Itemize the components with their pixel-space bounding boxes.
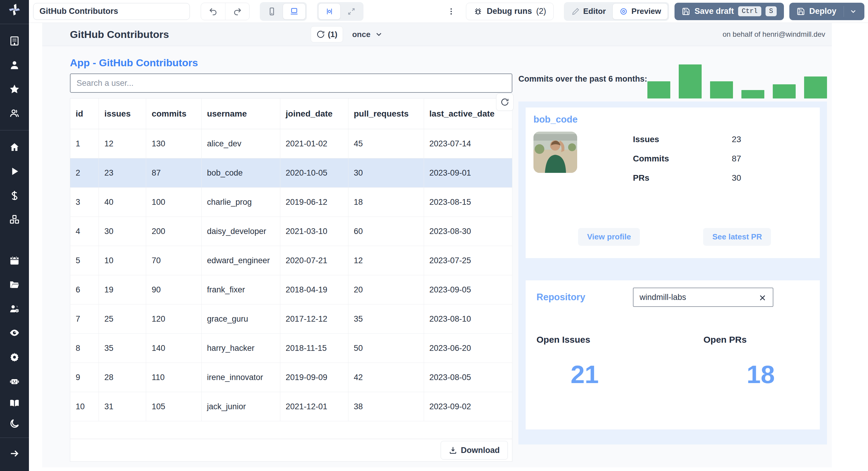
table-cell[interactable]: 87 [146,159,201,188]
table-cell[interactable]: frank_fixer [201,275,280,304]
table-cell[interactable]: 200 [146,217,201,246]
table-cell[interactable]: 2017-12-12 [280,304,348,334]
table-cell[interactable]: 6 [70,275,99,304]
commit-bar[interactable] [773,84,796,99]
sidebar-item-users[interactable] [5,104,24,123]
table-cell[interactable]: 9 [70,363,99,392]
table-row[interactable]: 112130alice_dev2021-01-02452023-07-14 [70,129,513,159]
table-row[interactable]: 928110irene_innovator2019-09-09422023-08… [70,363,513,392]
clear-repository-button[interactable] [756,291,769,304]
commit-bar[interactable] [679,64,702,99]
table-refresh-button[interactable] [496,93,514,111]
table-cell[interactable]: 2020-07-21 [280,246,348,275]
table-cell[interactable]: 19 [99,275,146,304]
sidebar-item-bot[interactable] [5,371,24,391]
table-cell[interactable]: 2023-08-10 [424,304,512,334]
table-cell[interactable]: 5 [70,246,99,275]
desktop-view-button[interactable] [283,3,306,20]
chevron-down-icon[interactable] [849,7,857,15]
table-cell[interactable]: 18 [348,188,424,217]
table-row[interactable]: 430200daisy_developer2021-03-10602023-08… [70,217,513,246]
sidebar-item-gear[interactable] [5,347,24,367]
table-cell[interactable]: 140 [146,334,201,363]
table-cell[interactable]: 38 [348,392,424,421]
table-cell[interactable]: 35 [348,304,424,334]
table-cell[interactable]: 7 [70,304,99,334]
table-cell[interactable]: 60 [348,217,424,246]
undo-button[interactable] [201,3,225,20]
table-cell[interactable]: bob_code [201,159,280,188]
table-cell[interactable]: 2019-06-12 [280,188,348,217]
commit-bar[interactable] [647,81,670,99]
table-cell[interactable]: 25 [99,304,146,334]
schedule-select[interactable]: once [352,30,383,39]
table-cell[interactable]: 2018-11-15 [280,334,348,363]
preview-tab[interactable]: Preview [613,3,668,20]
table-row[interactable]: 22387bob_code2020-10-05302023-09-01 [70,159,513,188]
table-cell[interactable]: 2 [70,159,99,188]
download-button[interactable]: Download [441,441,508,460]
see-latest-pr-button[interactable]: See latest PR [703,228,771,246]
table-cell[interactable]: 10 [99,246,146,275]
table-cell[interactable]: grace_guru [201,304,280,334]
table-cell[interactable]: 2021-12-01 [280,392,348,421]
table-row[interactable]: 725120grace_guru2017-12-12352023-08-10 [70,304,513,334]
table-cell[interactable]: 2019-09-09 [280,363,348,392]
table-cell[interactable]: 2021-03-10 [280,217,348,246]
table-cell[interactable]: 12 [348,246,424,275]
table-cell[interactable]: 2023-08-15 [424,188,512,217]
table-cell[interactable]: 45 [348,129,424,159]
fullscreen-button[interactable] [341,3,362,20]
table-cell[interactable]: harry_hacker [201,334,280,363]
editor-tab[interactable]: Editor [565,3,613,20]
table-cell[interactable]: 2023-09-01 [424,159,512,188]
more-options-button[interactable] [443,3,459,20]
table-row[interactable]: 51070edward_engineer2020-07-21122023-07-… [70,246,513,275]
search-input[interactable] [70,73,513,93]
repository-input[interactable] [633,288,773,307]
table-cell[interactable]: 2021-01-02 [280,129,348,159]
windmill-logo[interactable] [0,0,29,19]
table-cell[interactable]: 10 [70,392,99,421]
table-cell[interactable]: 20 [348,275,424,304]
table-cell[interactable]: 23 [99,159,146,188]
table-cell[interactable]: 2023-09-02 [424,392,512,421]
table-cell[interactable]: charlie_prog [201,188,280,217]
sidebar-item-eye[interactable] [5,323,24,342]
sidebar-item-folder[interactable] [5,275,24,294]
sidebar-item-arrow-right[interactable] [5,444,24,463]
table-cell[interactable]: 110 [146,363,201,392]
sidebar-item-dollar[interactable] [5,186,24,205]
sidebar-item-boxes[interactable] [5,210,24,229]
sidebar-item-star[interactable] [5,79,24,99]
table-cell[interactable]: 120 [146,304,201,334]
table-cell[interactable]: 31 [99,392,146,421]
view-profile-button[interactable]: View profile [578,228,640,246]
save-draft-button[interactable]: Save draft Ctrl S [675,3,784,20]
table-row[interactable]: 1031105jack_junior2021-12-01382023-09-02 [70,392,513,421]
table-cell[interactable]: 2020-10-05 [280,159,348,188]
commit-bar[interactable] [804,76,827,99]
table-cell[interactable]: 12 [99,129,146,159]
table-cell[interactable]: 8 [70,334,99,363]
table-row[interactable]: 835140harry_hacker2018-11-15502023-06-20 [70,334,513,363]
table-cell[interactable]: 42 [348,363,424,392]
table-cell[interactable]: irene_innovator [201,363,280,392]
table-row[interactable]: 340100charlie_prog2019-06-12182023-08-15 [70,188,513,217]
redo-button[interactable] [225,3,249,20]
center-align-button[interactable] [318,3,341,20]
table-cell[interactable]: 2023-07-25 [424,246,512,275]
sidebar-item-play[interactable] [5,162,24,181]
sidebar-item-user-cog[interactable] [5,299,24,318]
table-cell[interactable]: 4 [70,217,99,246]
table-cell[interactable]: 2018-04-19 [280,275,348,304]
table-cell[interactable]: 35 [99,334,146,363]
table-cell[interactable]: 30 [348,159,424,188]
table-cell[interactable]: 2023-09-05 [424,275,512,304]
sidebar-item-moon[interactable] [5,414,24,433]
sidebar-item-home[interactable] [5,138,24,157]
table-cell[interactable]: 1 [70,129,99,159]
app-refresh-button[interactable]: (1) [311,26,343,42]
table-cell[interactable]: 28 [99,363,146,392]
table-cell[interactable]: daisy_developer [201,217,280,246]
